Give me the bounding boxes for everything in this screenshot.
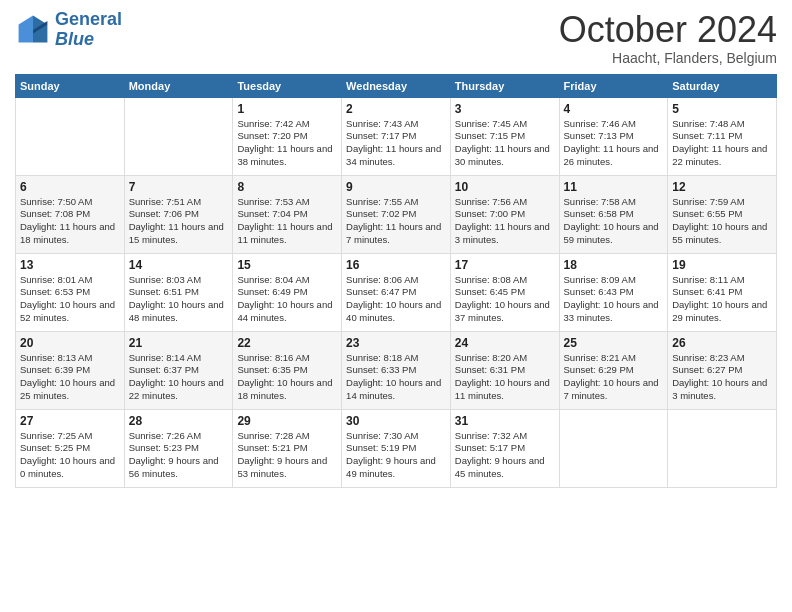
day-info: Sunrise: 7:28 AM Sunset: 5:21 PM Dayligh… — [237, 430, 337, 481]
day-cell: 8Sunrise: 7:53 AM Sunset: 7:04 PM Daylig… — [233, 175, 342, 253]
day-info: Sunrise: 8:11 AM Sunset: 6:41 PM Dayligh… — [672, 274, 772, 325]
day-info: Sunrise: 7:58 AM Sunset: 6:58 PM Dayligh… — [564, 196, 664, 247]
day-number: 17 — [455, 258, 555, 272]
day-cell: 17Sunrise: 8:08 AM Sunset: 6:45 PM Dayli… — [450, 253, 559, 331]
day-number: 23 — [346, 336, 446, 350]
week-row-2: 13Sunrise: 8:01 AM Sunset: 6:53 PM Dayli… — [16, 253, 777, 331]
day-number: 8 — [237, 180, 337, 194]
day-number: 3 — [455, 102, 555, 116]
logo: General Blue — [15, 10, 122, 50]
month-title: October 2024 — [559, 10, 777, 50]
day-info: Sunrise: 7:30 AM Sunset: 5:19 PM Dayligh… — [346, 430, 446, 481]
col-saturday: Saturday — [668, 74, 777, 97]
day-number: 20 — [20, 336, 120, 350]
day-info: Sunrise: 8:06 AM Sunset: 6:47 PM Dayligh… — [346, 274, 446, 325]
calendar-body: 1Sunrise: 7:42 AM Sunset: 7:20 PM Daylig… — [16, 97, 777, 487]
day-cell: 12Sunrise: 7:59 AM Sunset: 6:55 PM Dayli… — [668, 175, 777, 253]
header: General Blue October 2024 Haacht, Flande… — [15, 10, 777, 66]
day-cell — [559, 409, 668, 487]
day-cell: 27Sunrise: 7:25 AM Sunset: 5:25 PM Dayli… — [16, 409, 125, 487]
calendar-table: Sunday Monday Tuesday Wednesday Thursday… — [15, 74, 777, 488]
day-number: 27 — [20, 414, 120, 428]
col-thursday: Thursday — [450, 74, 559, 97]
header-row: Sunday Monday Tuesday Wednesday Thursday… — [16, 74, 777, 97]
day-cell: 5Sunrise: 7:48 AM Sunset: 7:11 PM Daylig… — [668, 97, 777, 175]
col-tuesday: Tuesday — [233, 74, 342, 97]
day-info: Sunrise: 7:51 AM Sunset: 7:06 PM Dayligh… — [129, 196, 229, 247]
day-number: 16 — [346, 258, 446, 272]
day-info: Sunrise: 8:13 AM Sunset: 6:39 PM Dayligh… — [20, 352, 120, 403]
logo-text: General Blue — [55, 10, 122, 50]
logo-blue: Blue — [55, 29, 94, 49]
day-info: Sunrise: 7:32 AM Sunset: 5:17 PM Dayligh… — [455, 430, 555, 481]
week-row-4: 27Sunrise: 7:25 AM Sunset: 5:25 PM Dayli… — [16, 409, 777, 487]
day-cell: 4Sunrise: 7:46 AM Sunset: 7:13 PM Daylig… — [559, 97, 668, 175]
day-info: Sunrise: 8:23 AM Sunset: 6:27 PM Dayligh… — [672, 352, 772, 403]
day-info: Sunrise: 8:09 AM Sunset: 6:43 PM Dayligh… — [564, 274, 664, 325]
day-info: Sunrise: 8:14 AM Sunset: 6:37 PM Dayligh… — [129, 352, 229, 403]
day-number: 24 — [455, 336, 555, 350]
location: Haacht, Flanders, Belgium — [559, 50, 777, 66]
day-cell: 15Sunrise: 8:04 AM Sunset: 6:49 PM Dayli… — [233, 253, 342, 331]
page: General Blue October 2024 Haacht, Flande… — [0, 0, 792, 612]
day-info: Sunrise: 8:03 AM Sunset: 6:51 PM Dayligh… — [129, 274, 229, 325]
day-number: 18 — [564, 258, 664, 272]
day-number: 4 — [564, 102, 664, 116]
day-number: 1 — [237, 102, 337, 116]
day-cell: 14Sunrise: 8:03 AM Sunset: 6:51 PM Dayli… — [124, 253, 233, 331]
day-number: 13 — [20, 258, 120, 272]
title-block: October 2024 Haacht, Flanders, Belgium — [559, 10, 777, 66]
day-number: 26 — [672, 336, 772, 350]
day-info: Sunrise: 7:55 AM Sunset: 7:02 PM Dayligh… — [346, 196, 446, 247]
day-info: Sunrise: 7:45 AM Sunset: 7:15 PM Dayligh… — [455, 118, 555, 169]
day-cell: 18Sunrise: 8:09 AM Sunset: 6:43 PM Dayli… — [559, 253, 668, 331]
day-cell: 7Sunrise: 7:51 AM Sunset: 7:06 PM Daylig… — [124, 175, 233, 253]
day-cell: 26Sunrise: 8:23 AM Sunset: 6:27 PM Dayli… — [668, 331, 777, 409]
day-cell: 10Sunrise: 7:56 AM Sunset: 7:00 PM Dayli… — [450, 175, 559, 253]
day-cell: 6Sunrise: 7:50 AM Sunset: 7:08 PM Daylig… — [16, 175, 125, 253]
day-info: Sunrise: 7:26 AM Sunset: 5:23 PM Dayligh… — [129, 430, 229, 481]
day-cell: 30Sunrise: 7:30 AM Sunset: 5:19 PM Dayli… — [342, 409, 451, 487]
day-cell — [124, 97, 233, 175]
day-info: Sunrise: 7:42 AM Sunset: 7:20 PM Dayligh… — [237, 118, 337, 169]
day-number: 11 — [564, 180, 664, 194]
day-number: 12 — [672, 180, 772, 194]
day-number: 21 — [129, 336, 229, 350]
day-cell: 22Sunrise: 8:16 AM Sunset: 6:35 PM Dayli… — [233, 331, 342, 409]
logo-general: General — [55, 9, 122, 29]
day-info: Sunrise: 7:48 AM Sunset: 7:11 PM Dayligh… — [672, 118, 772, 169]
day-number: 9 — [346, 180, 446, 194]
col-wednesday: Wednesday — [342, 74, 451, 97]
day-number: 14 — [129, 258, 229, 272]
day-number: 6 — [20, 180, 120, 194]
day-info: Sunrise: 8:16 AM Sunset: 6:35 PM Dayligh… — [237, 352, 337, 403]
day-cell: 19Sunrise: 8:11 AM Sunset: 6:41 PM Dayli… — [668, 253, 777, 331]
day-info: Sunrise: 7:53 AM Sunset: 7:04 PM Dayligh… — [237, 196, 337, 247]
day-cell: 3Sunrise: 7:45 AM Sunset: 7:15 PM Daylig… — [450, 97, 559, 175]
col-friday: Friday — [559, 74, 668, 97]
day-cell: 20Sunrise: 8:13 AM Sunset: 6:39 PM Dayli… — [16, 331, 125, 409]
day-cell: 21Sunrise: 8:14 AM Sunset: 6:37 PM Dayli… — [124, 331, 233, 409]
day-cell: 16Sunrise: 8:06 AM Sunset: 6:47 PM Dayli… — [342, 253, 451, 331]
day-cell: 11Sunrise: 7:58 AM Sunset: 6:58 PM Dayli… — [559, 175, 668, 253]
col-sunday: Sunday — [16, 74, 125, 97]
day-number: 28 — [129, 414, 229, 428]
day-number: 22 — [237, 336, 337, 350]
day-number: 31 — [455, 414, 555, 428]
day-info: Sunrise: 7:43 AM Sunset: 7:17 PM Dayligh… — [346, 118, 446, 169]
week-row-3: 20Sunrise: 8:13 AM Sunset: 6:39 PM Dayli… — [16, 331, 777, 409]
day-number: 25 — [564, 336, 664, 350]
day-cell: 24Sunrise: 8:20 AM Sunset: 6:31 PM Dayli… — [450, 331, 559, 409]
day-cell: 2Sunrise: 7:43 AM Sunset: 7:17 PM Daylig… — [342, 97, 451, 175]
day-info: Sunrise: 8:20 AM Sunset: 6:31 PM Dayligh… — [455, 352, 555, 403]
col-monday: Monday — [124, 74, 233, 97]
logo-icon — [15, 12, 51, 48]
day-info: Sunrise: 7:50 AM Sunset: 7:08 PM Dayligh… — [20, 196, 120, 247]
day-cell — [668, 409, 777, 487]
day-number: 5 — [672, 102, 772, 116]
day-cell: 31Sunrise: 7:32 AM Sunset: 5:17 PM Dayli… — [450, 409, 559, 487]
day-info: Sunrise: 7:59 AM Sunset: 6:55 PM Dayligh… — [672, 196, 772, 247]
day-cell: 28Sunrise: 7:26 AM Sunset: 5:23 PM Dayli… — [124, 409, 233, 487]
day-number: 30 — [346, 414, 446, 428]
day-info: Sunrise: 8:18 AM Sunset: 6:33 PM Dayligh… — [346, 352, 446, 403]
